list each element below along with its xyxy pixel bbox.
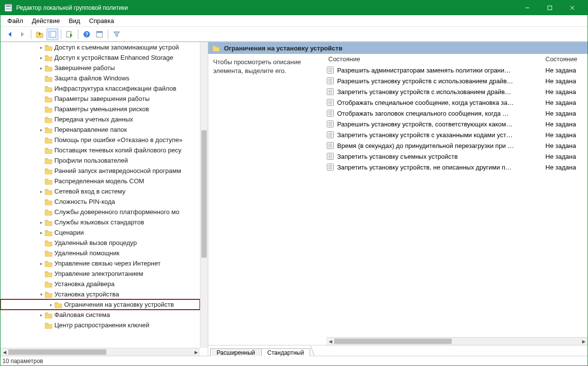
tree-item[interactable]: Удаленный помощник (0, 248, 200, 258)
column-state-header[interactable]: Состояние (545, 55, 588, 63)
description-panel: Чтобы просмотреть описание элемента, выд… (208, 54, 326, 345)
tree-item[interactable]: Удаленный вызов процедур (0, 238, 200, 248)
column-name-header[interactable]: Состояние (326, 55, 545, 63)
list-item[interactable]: Запретить установку съемных устройствНе … (326, 151, 588, 162)
chevron-right-icon[interactable]: ▸ (38, 45, 45, 50)
tree-item[interactable]: Помощь при ошибке «Отказано в доступе» (0, 135, 200, 145)
up-folder-button[interactable] (34, 28, 46, 40)
folder-icon (45, 75, 52, 82)
chevron-right-icon[interactable]: ▸ (38, 313, 45, 317)
folder-icon (45, 250, 52, 257)
folder-icon (45, 260, 52, 267)
back-button[interactable] (4, 28, 16, 40)
menu-action[interactable]: Действие (28, 16, 65, 25)
policy-icon (326, 142, 334, 149)
column-headers[interactable]: Состояние Состояние (326, 54, 588, 65)
svg-text:?: ? (85, 32, 88, 37)
list-item[interactable]: Разрешить установку устройств, соответст… (326, 119, 588, 129)
policy-list[interactable]: Разрешить администраторам заменять полит… (326, 65, 588, 172)
tree-item[interactable]: ▸Ограничения на установку устройств (0, 299, 200, 310)
maximize-button[interactable] (539, 0, 561, 15)
minimize-button[interactable] (516, 0, 539, 15)
tree-item[interactable]: ▸Перенаправление папок (0, 124, 200, 135)
tree-item[interactable]: Центр распространения ключей (0, 320, 200, 330)
tree-item[interactable]: ▸Завершение работы (0, 63, 200, 73)
list-item[interactable]: Запретить установку устройств с указанны… (326, 129, 588, 140)
help-button[interactable]: ? (81, 28, 93, 40)
chevron-right-icon[interactable]: ▸ (38, 66, 45, 71)
tree-item[interactable]: Ранний запуск антивредоносной программ (0, 166, 200, 176)
export-list-button[interactable] (64, 28, 75, 40)
tree-item[interactable]: Службы доверенного платформенного мо (0, 207, 200, 217)
horizontal-scrollbar[interactable]: ◀ ▶ (0, 348, 200, 356)
tree-item-label: Ранний запуск антивредоносной программ (54, 167, 181, 174)
tree-item[interactable]: ▸Сетевой вход в систему (0, 186, 200, 196)
chevron-right-icon[interactable]: ▸ (38, 55, 45, 60)
list-item[interactable]: Время (в секундах) до принудительной пер… (326, 140, 588, 151)
policy-icon (326, 131, 334, 139)
tree-item-label: Сетевой вход в систему (54, 188, 125, 195)
tree-item[interactable]: ▸Файловая система (0, 310, 200, 320)
folder-icon (45, 219, 52, 226)
folder-icon (45, 270, 52, 277)
tree-item[interactable]: Защита файлов Windows (0, 73, 200, 83)
tree-item[interactable]: ▸Службы языковых стандартов (0, 217, 200, 227)
list-item[interactable]: Разрешить установку устройств с использо… (326, 75, 588, 86)
vertical-scrollbar[interactable] (200, 42, 208, 348)
chevron-right-icon[interactable]: ▸ (38, 189, 45, 194)
chevron-right-icon[interactable]: ▸ (48, 302, 54, 307)
tree-item[interactable]: Передача учетных данных (0, 114, 200, 124)
tree-item-label: Установка устройства (54, 291, 119, 298)
filter-button[interactable] (111, 28, 122, 40)
tree-item[interactable]: Установка драйвера (0, 279, 200, 289)
folder-icon (45, 291, 52, 298)
tree-item[interactable]: ▸Доступ к устройствам Enhanced Storage (0, 52, 200, 63)
policy-state: Не задана (545, 67, 588, 74)
tab-standard[interactable]: Стандартный (261, 348, 311, 356)
tree-item[interactable]: ▾Установка устройства (0, 289, 200, 299)
tree-item-label: Службы доверенного платформенного мо (54, 208, 179, 216)
chevron-right-icon[interactable]: ▸ (38, 230, 45, 235)
menu-help[interactable]: Справка (85, 16, 119, 25)
tree-item[interactable]: Сложность PIN-кода (0, 196, 200, 207)
tree-item-label: Параметры завершения работы (54, 95, 149, 102)
chevron-down-icon[interactable]: ▾ (38, 292, 45, 297)
close-button[interactable] (561, 0, 584, 15)
tree-item[interactable]: ▸Управление связью через Интернет (0, 258, 200, 268)
forward-button[interactable] (17, 28, 28, 40)
details-horizontal-scrollbar[interactable]: ◀ ▶ (326, 337, 588, 345)
menu-view[interactable]: Вид (65, 16, 85, 25)
chevron-right-icon[interactable]: ▸ (38, 127, 45, 132)
window-title: Редактор локальной групповой политики (16, 4, 516, 11)
list-item[interactable]: Отображать заголовок специального сообще… (326, 108, 588, 119)
tree-item[interactable]: Параметры завершения работы (0, 94, 200, 104)
folder-icon (45, 126, 52, 133)
menu-file[interactable]: Файл (3, 16, 28, 25)
tree-item[interactable]: Параметры уменьшения рисков (0, 104, 200, 114)
chevron-right-icon[interactable]: ▸ (38, 261, 45, 266)
policy-state: Не задана (545, 142, 588, 149)
list-item[interactable]: Разрешить администраторам заменять полит… (326, 65, 588, 75)
tree-pane: ▸Доступ к съемным запоминающим устрой▸До… (0, 42, 208, 356)
tree-item[interactable]: Инфраструктура классификации файлов (0, 83, 200, 94)
tree-item[interactable]: Управление электропитанием (0, 268, 200, 279)
tree-item[interactable]: ▸Сценарии (0, 227, 200, 238)
chevron-right-icon[interactable]: ▸ (38, 220, 45, 225)
policy-name: Запретить установку съемных устройств (337, 153, 545, 160)
folder-icon (45, 137, 52, 144)
list-item[interactable]: Запретить установку устройств, не описан… (326, 162, 588, 172)
title-bar: Редактор локальной групповой политики (0, 0, 588, 15)
tree-item[interactable]: Поставщик теневых копий файлового ресу (0, 145, 200, 155)
policy-icon (326, 88, 334, 96)
list-item[interactable]: Запретить установку устройств с использо… (326, 86, 588, 97)
tab-extended[interactable]: Расширенный (210, 348, 262, 356)
policy-name: Запретить установку устройств с указанны… (337, 131, 545, 139)
policy-tree[interactable]: ▸Доступ к съемным запоминающим устрой▸До… (0, 42, 200, 348)
list-item[interactable]: Отображать специальное сообщение, когда … (326, 97, 588, 108)
properties-button[interactable] (94, 28, 105, 40)
tree-item-label: Удаленный помощник (54, 249, 120, 257)
tree-item[interactable]: Распределенная модель COM (0, 176, 200, 186)
tree-item[interactable]: ▸Доступ к съемным запоминающим устрой (0, 42, 200, 52)
tree-item[interactable]: Профили пользователей (0, 155, 200, 166)
show-hide-tree-button[interactable] (47, 28, 58, 40)
